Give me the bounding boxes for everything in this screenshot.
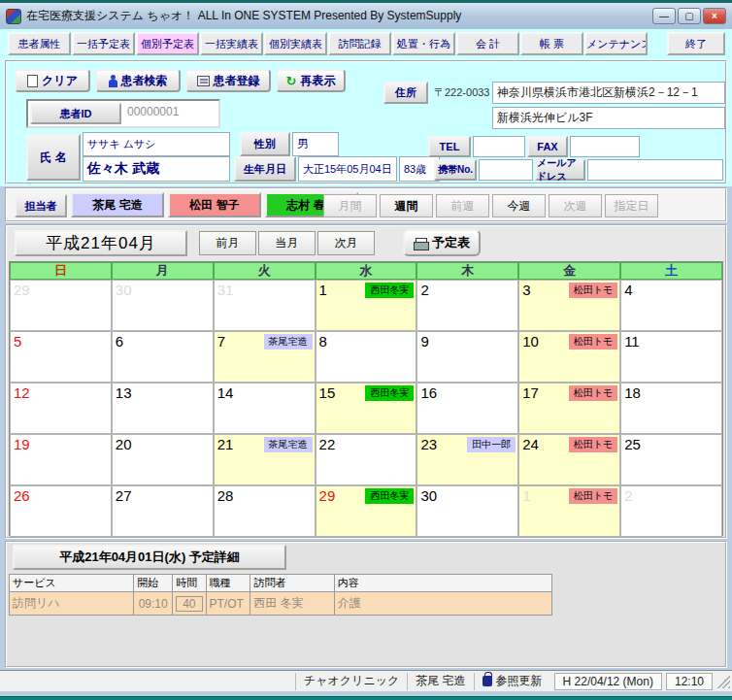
- calendar-cell-w2d3[interactable]: 7茶尾宅造: [214, 331, 316, 383]
- calendar-cell-w4d3[interactable]: 21茶尾宅造: [214, 434, 316, 485]
- status-clinic: チャオクリニック: [295, 673, 407, 690]
- calendar-cell-w3d2[interactable]: 13: [112, 383, 214, 434]
- calendar-cell-w5d2[interactable]: 27: [112, 485, 214, 537]
- date-number: 30: [420, 487, 437, 504]
- patient-register-label: 患者登録: [214, 73, 260, 89]
- calendar-cell-w5d4[interactable]: 29西田冬実: [316, 485, 417, 537]
- calendar-cell-w2d5[interactable]: 9: [416, 331, 518, 383]
- date-number: 27: [116, 487, 132, 504]
- view-button-2[interactable]: 週間: [380, 194, 433, 217]
- visitor-badge[interactable]: 茶尾宅造: [264, 437, 313, 452]
- date-number: 29: [319, 487, 336, 504]
- calendar-cell-w4d2[interactable]: 20: [112, 434, 214, 485]
- calendar-cell-w2d1[interactable]: 5: [10, 331, 112, 383]
- calendar-cell-w1d1[interactable]: 29: [10, 280, 112, 331]
- date-number: 11: [624, 333, 640, 350]
- resize-grip-icon[interactable]: [716, 675, 730, 688]
- visitor-badge[interactable]: 西田冬実: [365, 488, 414, 504]
- calendar-cell-w4d4[interactable]: 22: [316, 434, 417, 485]
- day-header-3: 火: [214, 262, 316, 280]
- tab-3[interactable]: 個別予定表: [136, 32, 199, 55]
- calendar-cell-w2d2[interactable]: 6: [112, 331, 214, 383]
- calendar-cell-w5d5[interactable]: 30: [416, 485, 518, 537]
- visitor-badge[interactable]: 松田トモ: [569, 437, 617, 452]
- visitor-badge[interactable]: 西田冬実: [365, 385, 414, 401]
- patient-id-value[interactable]: 00000001: [127, 105, 179, 118]
- tab-8[interactable]: 会 計: [456, 32, 519, 55]
- calendar-cell-w2d7[interactable]: 11: [620, 331, 722, 383]
- address-line2-field[interactable]: 新横浜光伸ビル3F: [492, 107, 725, 129]
- gender-value-field[interactable]: 男: [292, 132, 339, 156]
- calendar-cell-w5d3[interactable]: 28: [214, 485, 316, 537]
- visitor-badge[interactable]: 松田トモ: [569, 385, 617, 401]
- tab-9[interactable]: 帳 票: [520, 32, 583, 55]
- tab-2[interactable]: 一括予定表: [72, 32, 135, 55]
- name-kanji-field[interactable]: 佐々木 武蔵: [83, 156, 230, 182]
- day-header-6: 金: [518, 262, 620, 280]
- detail-column-header-1: サービス: [10, 575, 134, 592]
- patient-register-button[interactable]: 患者登録: [185, 69, 271, 92]
- calendar-cell-w4d5[interactable]: 23田中一郎: [416, 434, 518, 485]
- email-field[interactable]: [587, 159, 723, 181]
- tab-4[interactable]: 一括実績表: [200, 32, 263, 55]
- calendar-cell-w3d1[interactable]: 12: [10, 383, 112, 434]
- calendar-cell-w5d6[interactable]: 1松田トモ: [518, 485, 620, 537]
- calendar-cell-w3d3[interactable]: 14: [214, 383, 316, 434]
- date-number: 16: [420, 384, 437, 401]
- calendar-cell-w4d1[interactable]: 19: [10, 434, 112, 485]
- tab-5[interactable]: 個別実績表: [264, 32, 327, 55]
- calendar-cell-w5d7[interactable]: 2: [620, 485, 722, 537]
- tab-6[interactable]: 訪問記録: [328, 32, 391, 55]
- table-row[interactable]: 訪問リハ09:1040PT/OT西田 冬実介護: [10, 592, 552, 616]
- staff-button-2[interactable]: 松田 智子: [168, 192, 261, 217]
- prev-month-button[interactable]: 前月: [199, 231, 256, 255]
- calendar-cell-w3d5[interactable]: 16: [416, 383, 518, 434]
- visitor-badge[interactable]: 松田トモ: [569, 283, 617, 298]
- visitor-badge[interactable]: 西田冬実: [365, 283, 414, 298]
- calendar-cell-w1d5[interactable]: 2: [416, 280, 518, 331]
- date-number: 2: [420, 282, 428, 298]
- close-icon[interactable]: ×: [703, 8, 726, 24]
- tab-7[interactable]: 処置・行為: [392, 32, 455, 55]
- patient-search-button[interactable]: 患者検索: [95, 69, 181, 92]
- calendar-cell-w4d7[interactable]: 25: [620, 434, 722, 485]
- print-schedule-button[interactable]: 予定表: [403, 229, 481, 256]
- schedule-detail-table: サービス開始時間職種訪問者内容訪問リハ09:1040PT/OT西田 冬実介護: [9, 574, 552, 616]
- calendar-cell-w3d6[interactable]: 17松田トモ: [518, 383, 620, 434]
- tel-field[interactable]: [473, 136, 525, 157]
- calendar-cell-w3d4[interactable]: 15西田冬実: [316, 383, 417, 434]
- minimize-icon[interactable]: —: [652, 8, 676, 24]
- fax-field[interactable]: [570, 136, 640, 157]
- calendar-cell-w1d6[interactable]: 3松田トモ: [518, 280, 620, 331]
- calendar-cell-w1d2[interactable]: 30: [112, 280, 214, 331]
- address-line1-field[interactable]: 神奈川県横浜市港北区新横浜2－12－1: [492, 82, 725, 104]
- calendar-cell-w1d3[interactable]: 31: [214, 280, 316, 331]
- calendar-cell-w3d7[interactable]: 18: [620, 383, 722, 434]
- visitor-badge[interactable]: 茶尾宅造: [264, 334, 313, 350]
- current-month-button[interactable]: 当月: [258, 231, 316, 255]
- maximize-icon[interactable]: ▢: [678, 8, 701, 24]
- calendar-cell-w4d6[interactable]: 24松田トモ: [518, 434, 620, 485]
- visitor-badge[interactable]: 松田トモ: [569, 488, 617, 504]
- mobile-field[interactable]: [479, 159, 533, 181]
- tab-1[interactable]: 患者属性: [8, 32, 71, 55]
- status-mode-label: 参照更新: [496, 673, 543, 689]
- calendar-cell-w2d4[interactable]: 8: [316, 331, 417, 383]
- tab-exit[interactable]: 終了: [667, 32, 725, 55]
- view-button-4[interactable]: 今週: [492, 194, 546, 217]
- staff-button-1[interactable]: 茶尾 宅造: [71, 192, 164, 217]
- calendar-cell-w1d7[interactable]: 4: [620, 280, 722, 331]
- next-month-button[interactable]: 次月: [317, 231, 375, 255]
- visitor-badge[interactable]: 田中一郎: [467, 437, 516, 452]
- postal-code[interactable]: 〒222-0033: [430, 82, 490, 104]
- clear-button[interactable]: クリア: [15, 69, 90, 92]
- birthdate-field[interactable]: 大正15年05月04日: [298, 156, 397, 182]
- visitor-badge[interactable]: 松田トモ: [569, 334, 617, 350]
- refresh-button[interactable]: ↻ 再表示: [276, 69, 346, 92]
- calendar-cell-w2d6[interactable]: 10松田トモ: [518, 331, 620, 383]
- detail-cell-2: 09:10: [134, 592, 173, 616]
- name-kana-field[interactable]: ササキ ムサシ: [83, 132, 230, 156]
- calendar-cell-w1d4[interactable]: 1西田冬実: [316, 280, 417, 331]
- calendar-cell-w5d1[interactable]: 26: [10, 485, 112, 537]
- tab-10[interactable]: メンテナンス: [584, 32, 648, 55]
